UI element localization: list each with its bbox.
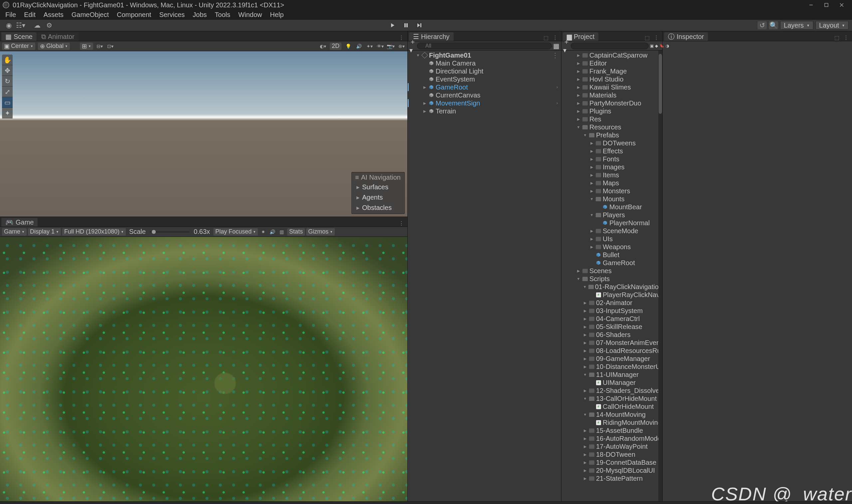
project-item[interactable]: ▶07-MonsterAnimEven (562, 339, 662, 347)
menu-tools[interactable]: Tools (211, 10, 234, 19)
project-item[interactable]: ▼13-CallOrHideMount (562, 395, 662, 402)
account-icon[interactable]: ◉ (5, 21, 13, 29)
caret-icon[interactable]: ▶ (356, 185, 359, 190)
project-item[interactable]: ▶Scenes (562, 267, 662, 275)
project-item[interactable]: ▶Frank_Mage (562, 67, 662, 75)
hierarchy-options-icon[interactable]: ⋮ (550, 35, 560, 41)
project-item[interactable]: ▶21-StatePattern (562, 474, 662, 482)
pause-button[interactable] (402, 21, 410, 29)
project-tree[interactable]: ▶CaptainCatSparrow▶Editor▶Frank_Mage▶Hov… (562, 51, 662, 501)
project-item[interactable]: ▶CaptainCatSparrow (562, 51, 662, 59)
project-lock-icon[interactable]: ⬚ (643, 35, 652, 41)
tab-scene[interactable]: ▦Scene (1, 32, 37, 41)
hierarchy-tree[interactable]: ▼FightGame01⋮Main CameraDirectional Ligh… (408, 51, 561, 501)
project-item[interactable]: ▶Effects (562, 147, 662, 155)
project-item[interactable]: Bullet (562, 251, 662, 259)
move-tool-icon[interactable]: ✥ (2, 65, 13, 76)
close-button[interactable] (834, 0, 849, 10)
menu-help[interactable]: Help (266, 10, 287, 19)
inspector-options-icon[interactable]: ⋮ (841, 35, 851, 41)
vsync-icon[interactable]: ✷ (259, 228, 267, 236)
ai-nav-surfaces[interactable]: Surfaces (362, 183, 388, 191)
menu-component[interactable]: Component (113, 10, 155, 19)
play-button[interactable] (389, 21, 397, 29)
project-item[interactable]: #PlayerRayClickNav (562, 291, 662, 299)
project-item[interactable]: ▶17-AutoWayPoint (562, 443, 662, 450)
scene-context-icon[interactable]: ⋮ (552, 51, 561, 59)
hand-tool-icon[interactable]: ✋ (2, 55, 13, 65)
project-item[interactable]: ▶Monsters (562, 187, 662, 195)
create-plus-icon[interactable]: ＋▾ (410, 43, 416, 49)
drag-handle-icon[interactable]: ≡ (355, 174, 359, 181)
ai-nav-obstacles[interactable]: Obstacles (362, 204, 392, 212)
project-item[interactable]: ▶05-SkillRelease (562, 323, 662, 331)
hierarchy-lock-icon[interactable]: ⬚ (542, 35, 550, 41)
project-item[interactable]: ▶19-ConnetDataBase (562, 458, 662, 466)
project-item[interactable]: ▼Resources (562, 123, 662, 131)
menu-jobs[interactable]: Jobs (189, 10, 211, 19)
lighting-toggle-icon[interactable]: 💡 (344, 42, 352, 50)
hierarchy-item[interactable]: Directional Light (408, 67, 561, 75)
display-dropdown[interactable]: Display 1▼ (28, 228, 61, 236)
menu-assets[interactable]: Assets (40, 10, 68, 19)
project-item[interactable]: ▼01-RayClickNavigation (562, 283, 662, 291)
scene-viewport[interactable]: ✋ ✥ ↻ ⤢ ▭ ✦ ≡AI Navigation ▶Surfaces ▶Ag… (0, 51, 407, 217)
project-item[interactable]: ▶08-LoadResourcesRu (562, 347, 662, 355)
project-item[interactable]: ▶10-DistanceMonsterU (562, 363, 662, 371)
audio-toggle-icon[interactable]: 🔊 (355, 42, 363, 50)
maximize-button[interactable] (819, 0, 834, 10)
2d-toggle[interactable]: 2D (330, 42, 341, 50)
rotate-tool-icon[interactable]: ↻ (2, 76, 13, 87)
project-item[interactable]: ▼11-UIManager (562, 371, 662, 379)
step-button[interactable] (415, 21, 423, 29)
search-by-type-icon[interactable]: ▣ (650, 43, 654, 49)
project-create-plus-icon[interactable]: ＋▾ (564, 43, 569, 49)
project-item[interactable]: ▶Materials (562, 91, 662, 99)
project-item[interactable]: ▶06-Shaders (562, 331, 662, 339)
hierarchy-item[interactable]: EventSystem (408, 75, 561, 83)
project-options-icon[interactable]: ⋮ (652, 35, 661, 41)
project-item[interactable]: ▶02-Animator (562, 299, 662, 307)
aspect-icon[interactable]: ▥ (278, 228, 286, 236)
cloud-icon[interactable]: ☁ (33, 21, 41, 29)
project-item[interactable]: PlayerNormal (562, 219, 662, 227)
project-item[interactable]: ▶04-CameraCtrl (562, 315, 662, 323)
project-search-input[interactable] (571, 42, 649, 49)
project-item[interactable]: ▼Prefabs (562, 131, 662, 139)
draw-mode-icon[interactable]: ◐▾ (319, 42, 327, 50)
project-item[interactable]: ▶Hovl Studio (562, 75, 662, 83)
camera-toggle-icon[interactable]: 📷▾ (387, 42, 395, 50)
minimize-button[interactable] (803, 0, 819, 10)
project-item[interactable]: #RidingMountMoving (562, 418, 662, 427)
project-item[interactable]: ▶12-Shaders_Dissolve (562, 386, 662, 395)
stats-toggle[interactable]: Stats (287, 228, 305, 236)
transform-tool-icon[interactable]: ✦ (2, 108, 13, 119)
gizmos-toggle-icon[interactable]: ⊛▾ (397, 42, 405, 50)
grid-toggle-icon[interactable]: ⊟▾ (96, 42, 104, 50)
project-item[interactable]: ▶DOTweens (562, 139, 662, 147)
project-item[interactable]: ▶Kawaii Slimes (562, 83, 662, 91)
fx-toggle-icon[interactable]: ✦▾ (366, 42, 373, 50)
ai-nav-agents[interactable]: Agents (362, 194, 383, 201)
project-item[interactable]: #UIManager (562, 379, 662, 386)
game-view-dropdown[interactable]: Game▼ (2, 228, 26, 236)
project-item[interactable]: ▶Weapons (562, 243, 662, 251)
hierarchy-filter-icon[interactable]: ▦ (553, 43, 559, 49)
project-item[interactable]: ▼Players (562, 211, 662, 219)
project-item[interactable]: ▶Res (562, 115, 662, 123)
inspector-lock-icon[interactable]: ⬚ (832, 35, 841, 41)
caret-icon[interactable]: ▶ (356, 205, 359, 210)
scene-panel-options-icon[interactable]: ⋮ (397, 35, 406, 41)
gizmos-dropdown[interactable]: Gizmos▼ (306, 228, 335, 236)
snap-increment-icon[interactable]: ⊡▾ (107, 42, 114, 50)
project-item[interactable]: ▶Plugins (562, 107, 662, 115)
project-item[interactable]: MountBear (562, 203, 662, 211)
project-item[interactable]: ▶03-InputSystem (562, 307, 662, 315)
hierarchy-item[interactable]: Main Camera (408, 59, 561, 67)
scale-tool-icon[interactable]: ⤢ (2, 87, 13, 97)
project-item[interactable]: ▶20-MysqlDBLocalUI (562, 466, 662, 474)
tab-game[interactable]: 🎮Game (1, 218, 38, 227)
layers-dropdown[interactable]: Layers▼ (780, 21, 813, 30)
project-item[interactable]: ▶09-GameManager (562, 355, 662, 363)
search-by-label-icon[interactable]: ◆ (655, 43, 658, 49)
